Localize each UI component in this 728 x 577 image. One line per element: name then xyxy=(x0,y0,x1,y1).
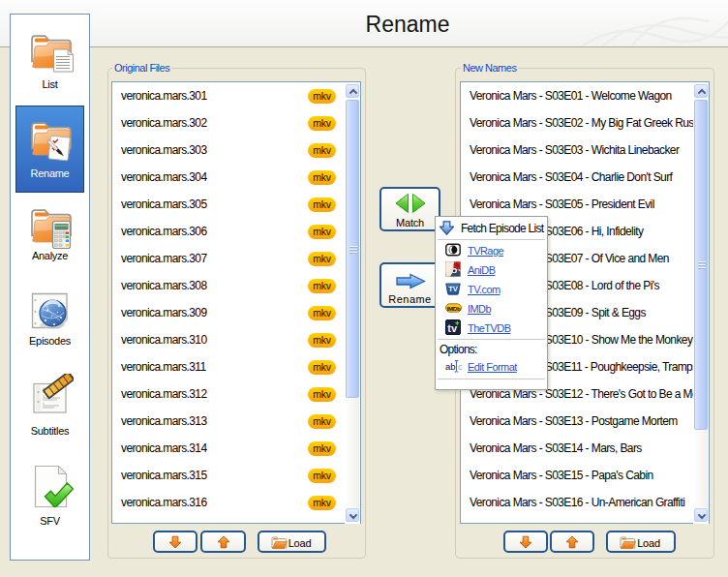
svg-text:tv: tv xyxy=(447,322,458,334)
svg-text:ab: ab xyxy=(445,361,456,372)
svg-text:TV: TV xyxy=(448,285,458,293)
svg-text:c: c xyxy=(458,361,463,372)
svg-text:IMDb: IMDb xyxy=(447,305,461,312)
